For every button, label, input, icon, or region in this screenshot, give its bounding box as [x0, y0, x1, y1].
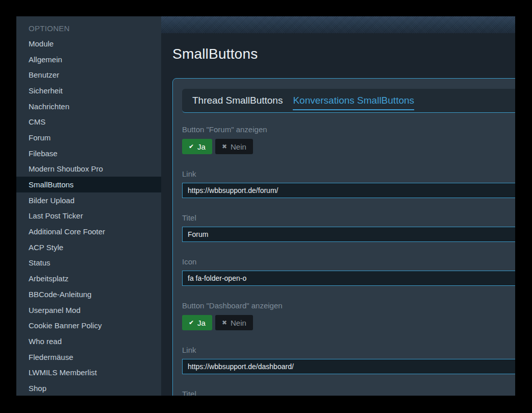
- sidebar-item-bilder-upload[interactable]: Bilder Upload: [16, 192, 161, 208]
- sidebar-item-shop[interactable]: Shop: [16, 380, 161, 396]
- yes-no-toggle: ✔Ja✖Nein: [182, 139, 515, 154]
- sidebar-item-forum[interactable]: Forum: [16, 130, 161, 145]
- titel-input[interactable]: [182, 227, 515, 242]
- cross-icon: ✖: [222, 320, 227, 326]
- settings-box: Thread SmallButtons Konversations SmallB…: [172, 78, 515, 396]
- icon-input[interactable]: [182, 271, 515, 286]
- sidebar-item-allgemein[interactable]: Allgemein: [16, 52, 161, 67]
- no-button[interactable]: ✖Nein: [215, 139, 253, 154]
- field-label: Link: [182, 346, 515, 354]
- sidebar-item-module[interactable]: Module: [16, 36, 161, 52]
- sidebar-item-sicherheit[interactable]: Sicherheit: [16, 83, 161, 99]
- sidebar-item-lwmils-memberlist[interactable]: LWMILS Memberlist: [16, 365, 161, 380]
- cross-icon: ✖: [222, 143, 227, 150]
- field-label: Titel: [182, 213, 515, 222]
- field-label: Icon: [182, 257, 515, 266]
- sidebar-item-userpanel-mod[interactable]: Userpanel Mod: [16, 302, 161, 318]
- form-row: Link: [182, 169, 515, 198]
- sidebar-item-acp-style[interactable]: ACP Style: [16, 239, 161, 255]
- tab-bar: Thread SmallButtons Konversations SmallB…: [182, 89, 515, 113]
- field-label: Button "Dashboard" anzeigen: [182, 301, 515, 310]
- sidebar-item-cms[interactable]: CMS: [16, 114, 161, 130]
- sidebar-item-last-post-ticker[interactable]: Last Post Ticker: [16, 208, 161, 224]
- yes-button[interactable]: ✔Ja: [182, 315, 212, 330]
- sidebar-item-who-read[interactable]: Who read: [16, 333, 161, 349]
- check-icon: ✔: [189, 143, 194, 150]
- sidebar-item-benutzer[interactable]: Benutzer: [16, 67, 161, 83]
- sidebar-item-arbeitsplatz[interactable]: Arbeitsplatz: [16, 271, 161, 286]
- sidebar-heading: OPTIONEN: [16, 20, 161, 36]
- acp-window: OPTIONEN ModuleAllgemeinBenutzerSicherhe…: [16, 16, 515, 396]
- form-row: Titel: [182, 213, 515, 242]
- no-button[interactable]: ✖Nein: [215, 315, 253, 330]
- main-content: SmallButtons Thread SmallButtons Konvers…: [161, 16, 515, 396]
- form-row: Titel: [182, 390, 515, 396]
- link-input[interactable]: [182, 359, 515, 374]
- sidebar-item-additional-core-footer[interactable]: Additional Core Footer: [16, 224, 161, 239]
- button-label: Ja: [197, 319, 206, 327]
- sidebar-item-cookie-banner-policy[interactable]: Cookie Banner Policy: [16, 318, 161, 333]
- button-label: Ja: [197, 142, 206, 151]
- tab-thread-smallbuttons[interactable]: Thread SmallButtons: [187, 89, 288, 112]
- form-row: Icon: [182, 257, 515, 286]
- sidebar-item-smallbuttons[interactable]: SmallButtons: [16, 177, 161, 192]
- button-label: Nein: [231, 319, 246, 327]
- field-label: Titel: [182, 390, 515, 396]
- page-title: SmallButtons: [172, 46, 515, 62]
- yes-button[interactable]: ✔Ja: [182, 139, 212, 154]
- form-row: Button "Dashboard" anzeigen✔Ja✖Nein: [182, 301, 515, 330]
- sidebar-item-nachrichten[interactable]: Nachrichten: [16, 99, 161, 114]
- link-input[interactable]: [182, 183, 515, 198]
- field-label: Button "Forum" anzeigen: [182, 125, 515, 134]
- tab-konversations-smallbuttons[interactable]: Konversations SmallButtons: [288, 89, 419, 112]
- form-row: Button "Forum" anzeigen✔Ja✖Nein: [182, 125, 515, 154]
- sidebar-item-flederm-use[interactable]: Fledermäuse: [16, 349, 161, 365]
- sidebar: OPTIONEN ModuleAllgemeinBenutzerSicherhe…: [16, 16, 161, 396]
- sidebar-item-status[interactable]: Status: [16, 255, 161, 271]
- sidebar-item-modern-shoutbox-pro[interactable]: Modern Shoutbox Pro: [16, 161, 161, 177]
- field-label: Link: [182, 169, 515, 178]
- yes-no-toggle: ✔Ja✖Nein: [182, 315, 515, 330]
- header-band: [161, 16, 515, 33]
- check-icon: ✔: [189, 320, 194, 326]
- sidebar-item-filebase[interactable]: Filebase: [16, 145, 161, 161]
- sidebar-item-bbcode-anleitung[interactable]: BBCode-Anleitung: [16, 286, 161, 302]
- sidebar-nav: ModuleAllgemeinBenutzerSicherheitNachric…: [16, 36, 161, 396]
- button-label: Nein: [231, 142, 246, 151]
- form-row: Link: [182, 346, 515, 374]
- settings-form: Button "Forum" anzeigen✔Ja✖NeinLinkTitel…: [182, 125, 515, 396]
